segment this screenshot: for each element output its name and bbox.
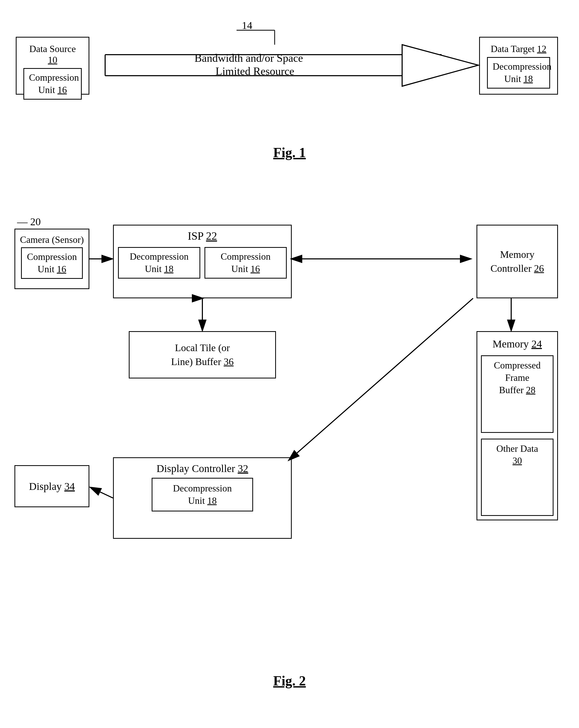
svg-line-21 (91, 488, 113, 498)
fig2-caption: Fig. 2 (0, 673, 579, 688)
svg-text:Limited Resource: Limited Resource (215, 65, 294, 77)
fig1-svg: 14 Bandwidth and/or Space Limited Resour… (0, 16, 579, 163)
fig2-area: — 20 Camera (Sensor) CompressionUnit 16 … (0, 205, 579, 694)
svg-marker-6 (402, 45, 478, 86)
fig2-arrows-svg (0, 205, 579, 668)
svg-line-20 (289, 298, 473, 460)
diagram-container: Data Source 10 CompressionUnit 16 Data T… (0, 0, 579, 728)
fig1-caption: Fig. 1 (0, 145, 579, 160)
fig1-area: Data Source 10 CompressionUnit 16 Data T… (0, 16, 579, 163)
svg-text:14: 14 (242, 20, 252, 31)
svg-text:Bandwidth and/or Space: Bandwidth and/or Space (194, 52, 303, 64)
